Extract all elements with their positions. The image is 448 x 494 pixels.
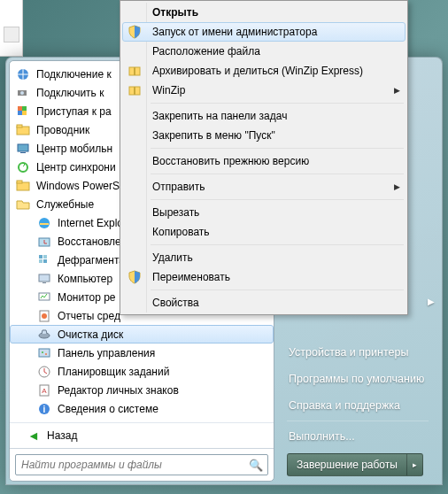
context-item-rename[interactable]: Переименовать [122, 267, 406, 287]
monitor-icon [36, 289, 52, 305]
shutdown-button[interactable]: Завершение работы [287, 453, 407, 476]
right-item-devices[interactable]: Устройства и принтеры [287, 339, 429, 366]
blank [124, 3, 145, 22]
svg-point-11 [19, 163, 27, 172]
editor-icon: A [36, 382, 52, 398]
svg-rect-5 [18, 111, 22, 115]
context-item-label: Удалить [152, 251, 193, 264]
program-label: Центр мобильн [36, 143, 112, 155]
context-item-properties[interactable]: Свойства [122, 293, 406, 313]
context-item-open[interactable]: Открыть [122, 3, 406, 22]
report-icon [36, 308, 52, 324]
program-item-sysinfo-icon[interactable]: iСведения о системе [10, 399, 274, 418]
context-item-winzip[interactable]: WinZip▶ [122, 81, 406, 100]
program-label: Windows PowerS [36, 180, 120, 192]
svg-rect-16 [39, 255, 42, 259]
shield-icon [124, 267, 145, 287]
separator [151, 199, 404, 200]
context-menu: ОткрытьЗапуск от имени администратораРас… [120, 0, 408, 315]
shutdown-options-button[interactable]: ▸ [407, 453, 423, 476]
right-item-defaults[interactable]: Программы по умолчанию [287, 366, 429, 392]
svg-rect-4 [22, 106, 27, 111]
svg-rect-39 [134, 67, 135, 75]
blank [124, 177, 145, 197]
svg-rect-13 [17, 181, 22, 183]
program-label: Панель управления [58, 347, 155, 359]
separator [287, 421, 429, 421]
context-item-label: Архивировать и делиться (WinZip Express) [152, 65, 363, 77]
program-item-cleanup-icon[interactable]: Очистка диск [10, 325, 274, 343]
svg-rect-21 [42, 282, 46, 283]
blank [124, 42, 145, 61]
context-item-delete[interactable]: Удалить [122, 248, 406, 267]
right-item-run[interactable]: Выполнить... [287, 423, 429, 450]
context-item-runAsAdmin[interactable]: Запуск от имени администратора [122, 22, 406, 42]
ie-icon [36, 215, 52, 231]
svg-point-2 [20, 91, 24, 95]
context-item-sendTo[interactable]: Отправить▶ [122, 177, 406, 197]
computer-icon [36, 271, 52, 287]
submenu-arrow-icon: ▶ [428, 297, 435, 306]
separator [151, 244, 404, 245]
context-item-restoreVersion[interactable]: Восстановить прежнюю версию [122, 151, 406, 171]
separator [151, 148, 404, 149]
context-item-pinStart[interactable]: Закрепить в меню "Пуск" [122, 126, 406, 145]
chevron-right-icon: ▸ [413, 460, 417, 469]
program-item-scheduler-icon[interactable]: Планировщик заданий [10, 362, 274, 381]
context-item-cut[interactable]: Вырезать [122, 203, 406, 222]
context-item-copy[interactable]: Копировать [122, 222, 406, 242]
context-item-label: Расположение файла [152, 45, 260, 58]
control-panel-icon [36, 345, 52, 361]
right-item-help[interactable]: Справка и поддержка [287, 392, 429, 419]
flag-icon [15, 104, 31, 120]
blank [124, 248, 145, 267]
program-label: Подключить к [36, 87, 104, 99]
svg-rect-19 [43, 259, 47, 263]
svg-point-24 [42, 313, 47, 319]
program-label: Подключение к [36, 68, 112, 81]
context-item-label: Закрепить на панели задач [152, 110, 287, 122]
program-label: Приступая к ра [36, 105, 112, 118]
program-label: Служебные [36, 198, 94, 211]
context-item-label: Копировать [152, 226, 210, 238]
sysinfo-icon: i [36, 401, 52, 417]
svg-rect-18 [39, 259, 42, 263]
scheduler-icon [36, 364, 52, 380]
program-label: Компьютер [58, 273, 112, 285]
program-item-editor-icon[interactable]: AРедактор личных знаков [10, 381, 274, 399]
search-input[interactable] [15, 454, 268, 475]
context-item-label: Восстановить прежнюю версию [152, 155, 309, 167]
back-arrow-icon: ◄ [26, 428, 42, 443]
svg-text:A: A [42, 387, 47, 395]
back-label: Назад [47, 429, 77, 442]
program-label: Сведения о системе [58, 403, 158, 415]
context-item-pinTaskbar[interactable]: Закрепить на панели задач [122, 106, 406, 126]
cleanup-icon [36, 327, 52, 343]
context-item-zipShare[interactable]: Архивировать и делиться (WinZip Express) [122, 61, 406, 81]
explorer-icon [15, 122, 31, 138]
back-button[interactable]: ◄ Назад [10, 422, 274, 448]
mobility-icon [15, 141, 31, 157]
svg-rect-17 [43, 255, 47, 259]
svg-rect-20 [39, 274, 50, 282]
folder-icon [15, 178, 31, 194]
svg-rect-22 [39, 293, 50, 300]
context-item-label: Запуск от имени администратора [152, 26, 317, 38]
blank [124, 106, 145, 126]
svg-rect-9 [18, 144, 28, 151]
defrag-icon [36, 252, 52, 268]
program-item-control-panel-icon[interactable]: Панель управления [10, 343, 274, 362]
submenu-arrow-icon: ▶ [394, 182, 400, 191]
svg-text:i: i [43, 405, 46, 414]
context-item-label: Переименовать [152, 271, 230, 283]
context-item-fileLocation[interactable]: Расположение файла [122, 42, 406, 61]
svg-point-28 [45, 353, 47, 355]
separator [151, 103, 404, 104]
winzip-icon [124, 61, 145, 81]
search-row: 🔍 [10, 448, 274, 481]
separator [151, 174, 404, 174]
svg-rect-8 [17, 125, 22, 127]
svg-rect-41 [134, 87, 135, 95]
svg-rect-3 [18, 106, 22, 111]
program-label: Центр синхрони [36, 161, 116, 174]
